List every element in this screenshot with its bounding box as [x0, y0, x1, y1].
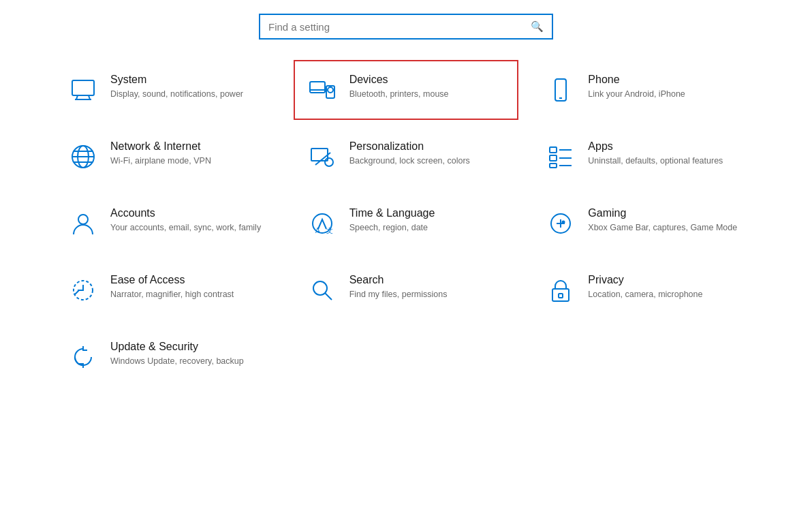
setting-item-gaming[interactable]: GamingXbox Game Bar, captures, Game Mode	[532, 193, 758, 253]
ease-icon	[67, 274, 99, 307]
setting-item-accounts[interactable]: AccountsYour accounts, email, sync, work…	[54, 193, 280, 253]
setting-title-devices: Devices	[349, 74, 449, 86]
setting-text-devices: DevicesBluetooth, printers, mouse	[349, 74, 449, 101]
setting-text-time: Time & LanguageSpeech, region, date	[349, 207, 435, 234]
svg-rect-36	[559, 294, 563, 298]
svg-rect-4	[310, 82, 325, 93]
setting-title-accounts: Accounts	[110, 207, 261, 219]
search-bar: 🔍	[0, 0, 812, 60]
setting-title-time: Time & Language	[349, 207, 435, 219]
setting-title-update: Update & Security	[110, 341, 244, 353]
setting-text-search: SearchFind my files, permissions	[349, 274, 448, 301]
setting-title-personalization: Personalization	[349, 140, 470, 153]
setting-item-phone[interactable]: PhoneLink your Android, iPhone	[532, 60, 758, 120]
setting-desc-devices: Bluetooth, printers, mouse	[349, 89, 449, 101]
svg-rect-35	[552, 289, 569, 301]
search-icon	[306, 274, 339, 307]
setting-title-ease: Ease of Access	[110, 274, 234, 286]
gaming-icon	[544, 207, 577, 240]
setting-item-update[interactable]: Update & SecurityWindows Update, recover…	[54, 327, 280, 387]
setting-desc-accounts: Your accounts, email, sync, work, family	[110, 222, 261, 234]
setting-title-network: Network & Internet	[110, 140, 211, 153]
setting-title-system: System	[110, 74, 243, 86]
devices-icon	[306, 74, 339, 106]
setting-text-ease: Ease of AccessNarrator, magnifier, high …	[110, 274, 234, 301]
search-input[interactable]	[268, 21, 531, 33]
setting-item-apps[interactable]: AppsUninstall, defaults, optional featur…	[532, 127, 758, 187]
svg-rect-0	[72, 80, 94, 95]
setting-item-search[interactable]: SearchFind my files, permissions	[294, 260, 519, 320]
svg-line-34	[325, 293, 332, 300]
time-icon: A 文	[306, 207, 339, 240]
setting-title-search: Search	[349, 274, 448, 286]
svg-text:文: 文	[326, 227, 333, 234]
setting-desc-network: Wi-Fi, airplane mode, VPN	[110, 155, 211, 168]
system-icon	[67, 74, 99, 106]
svg-point-17	[325, 158, 333, 166]
setting-text-phone: PhoneLink your Android, iPhone	[588, 74, 685, 101]
setting-desc-privacy: Location, camera, microphone	[588, 289, 702, 301]
svg-point-24	[78, 215, 88, 224]
setting-item-network[interactable]: Network & InternetWi-Fi, airplane mode, …	[54, 127, 280, 187]
svg-text:A: A	[315, 227, 320, 234]
setting-item-system[interactable]: SystemDisplay, sound, notifications, pow…	[54, 60, 280, 120]
setting-item-privacy[interactable]: PrivacyLocation, camera, microphone	[532, 260, 758, 320]
apps-icon	[544, 140, 577, 173]
search-box: 🔍	[259, 14, 553, 40]
personalization-icon	[306, 140, 339, 173]
setting-title-apps: Apps	[588, 140, 723, 153]
network-icon	[67, 140, 99, 173]
settings-grid: SystemDisplay, sound, notifications, pow…	[0, 60, 812, 387]
setting-desc-phone: Link your Android, iPhone	[588, 89, 685, 101]
setting-text-personalization: PersonalizationBackground, lock screen, …	[349, 140, 470, 168]
setting-text-apps: AppsUninstall, defaults, optional featur…	[588, 140, 723, 168]
accounts-icon	[67, 207, 99, 240]
svg-rect-18	[550, 147, 557, 153]
svg-rect-19	[550, 155, 557, 161]
setting-title-phone: Phone	[588, 74, 685, 86]
svg-rect-15	[311, 149, 328, 161]
setting-item-personalization[interactable]: PersonalizationBackground, lock screen, …	[294, 127, 519, 187]
setting-title-gaming: Gaming	[588, 207, 737, 219]
setting-desc-system: Display, sound, notifications, power	[110, 89, 243, 101]
phone-icon	[544, 74, 577, 106]
setting-item-devices[interactable]: DevicesBluetooth, printers, mouse	[294, 60, 519, 120]
svg-point-6	[328, 87, 333, 93]
setting-desc-time: Speech, region, date	[349, 222, 435, 234]
setting-item-ease[interactable]: Ease of AccessNarrator, magnifier, high …	[54, 260, 280, 320]
svg-rect-20	[550, 164, 557, 168]
setting-text-gaming: GamingXbox Game Bar, captures, Game Mode	[588, 207, 737, 234]
search-icon: 🔍	[531, 20, 544, 33]
privacy-icon	[544, 274, 577, 307]
setting-text-system: SystemDisplay, sound, notifications, pow…	[110, 74, 243, 101]
update-icon	[67, 341, 99, 373]
setting-desc-gaming: Xbox Game Bar, captures, Game Mode	[588, 222, 737, 234]
setting-desc-personalization: Background, lock screen, colors	[349, 155, 470, 168]
setting-desc-update: Windows Update, recovery, backup	[110, 356, 244, 368]
setting-desc-ease: Narrator, magnifier, high contrast	[110, 289, 234, 301]
setting-desc-search: Find my files, permissions	[349, 289, 448, 301]
setting-text-privacy: PrivacyLocation, camera, microphone	[588, 274, 702, 301]
setting-title-privacy: Privacy	[588, 274, 702, 286]
setting-text-accounts: AccountsYour accounts, email, sync, work…	[110, 207, 261, 234]
setting-text-update: Update & SecurityWindows Update, recover…	[110, 341, 244, 368]
svg-point-31	[563, 221, 565, 223]
setting-desc-apps: Uninstall, defaults, optional features	[588, 155, 723, 168]
setting-text-network: Network & InternetWi-Fi, airplane mode, …	[110, 140, 211, 168]
setting-item-time[interactable]: A 文 Time & LanguageSpeech, region, date	[294, 193, 519, 253]
